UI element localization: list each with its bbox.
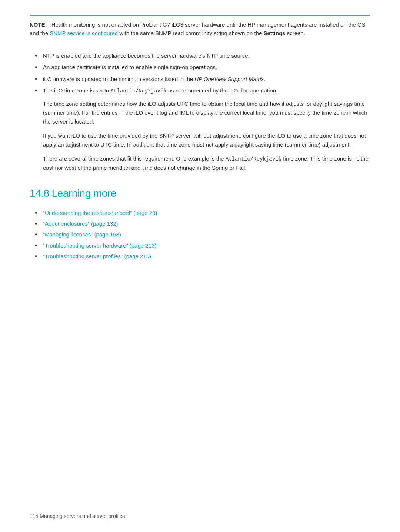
link-troubleshooting-profiles[interactable]: “Troubleshooting server profiles” (page …	[43, 253, 151, 259]
sub-para-3: There are several time zones that fit th…	[43, 154, 370, 172]
link-managing-licenses[interactable]: “Managing licenses” (page 158)	[43, 231, 121, 238]
list-item-ntp-text: NTP is enabled and the appliance becomes…	[43, 53, 250, 59]
sub-para-1-text: The time zone setting determines how the…	[43, 101, 367, 125]
learn-more-list: “Understanding the resource model” (page…	[30, 209, 370, 260]
list-item: “Troubleshooting server profiles” (page …	[30, 252, 370, 260]
list-item-tz-text-after: as recommended by the iLO documentation.	[167, 87, 277, 94]
note-label: NOTE:	[30, 21, 47, 28]
list-item-firmware-text-after: .	[264, 76, 265, 82]
list-item-ntp: NTP is enabled and the appliance becomes…	[30, 51, 370, 60]
page: NOTE: Health monitoring is not enabled o…	[0, 0, 400, 532]
link-resource-model[interactable]: “Understanding the resource model” (page…	[43, 210, 157, 216]
section-heading-14-8: 14.8 Learning more	[30, 186, 370, 201]
list-item-timezone: The iLO time zone is set to Atlantic/Rey…	[30, 86, 370, 172]
list-item-certificate: An appliance certificate is installed to…	[30, 63, 370, 71]
list-item: “Troubleshooting server hardware” (page …	[30, 241, 370, 250]
list-item-cert-text: An appliance certificate is installed to…	[43, 64, 217, 70]
link-troubleshooting-hardware[interactable]: “Troubleshooting server hardware” (page …	[43, 242, 156, 249]
snmp-link[interactable]: SNMP service is configured	[50, 30, 118, 36]
sub-para-2: If you want iLO to use the time provided…	[43, 131, 370, 149]
list-item-firmware-text-before: iLO firmware is updated to the minimum v…	[43, 76, 194, 82]
list-item-firmware-italic: HP OneView Support Matrix	[194, 76, 264, 82]
page-footer: 114 Managing servers and server profiles	[30, 512, 125, 520]
note-text-2: with the same SNMP read community string…	[118, 30, 263, 36]
list-item: “About enclosures” (page 132)	[30, 219, 370, 228]
list-item-tz-text-before: The iLO time zone is set to	[43, 87, 111, 94]
list-item-tz-mono: Atlantic/Reykjavik	[111, 88, 167, 94]
main-bullet-list: NTP is enabled and the appliance becomes…	[30, 51, 370, 172]
list-item-firmware: iLO firmware is updated to the minimum v…	[30, 75, 370, 83]
list-item: “Understanding the resource model” (page…	[30, 209, 370, 217]
sub-para-2-text: If you want iLO to use the time provided…	[43, 132, 366, 148]
note-text-3: screen.	[286, 30, 305, 36]
list-item: “Managing licenses” (page 158)	[30, 230, 370, 239]
sub-para-1: The time zone setting determines how the…	[43, 100, 370, 126]
note-box: NOTE: Health monitoring is not enabled o…	[30, 15, 370, 43]
sub-para-3-mono: Atlantic/Reykjavik	[226, 156, 281, 162]
link-about-enclosures[interactable]: “About enclosures” (page 132)	[43, 220, 118, 227]
note-bold-settings: Settings	[263, 30, 285, 36]
